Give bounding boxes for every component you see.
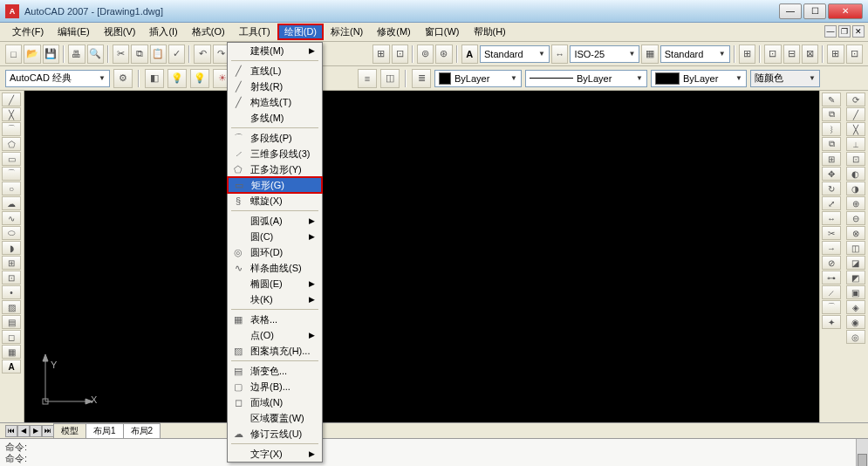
menu-draw[interactable]: 绘图(D) bbox=[277, 24, 324, 40]
rectangle-icon[interactable]: ▭ bbox=[2, 152, 21, 166]
menu-item-图案填充h[interactable]: ▨图案填充(H)... bbox=[228, 343, 322, 359]
r10-icon[interactable]: ⊗ bbox=[846, 226, 865, 240]
tab-model[interactable]: 模型 bbox=[53, 423, 86, 438]
workspace-dropdown[interactable]: AutoCAD 经典 ▼ bbox=[5, 70, 110, 87]
menu-tools[interactable]: 工具(T) bbox=[232, 24, 277, 40]
menu-dimension[interactable]: 标注(N) bbox=[324, 24, 370, 40]
menu-item-渐变色[interactable]: ▤渐变色... bbox=[228, 363, 322, 379]
layeriso-icon[interactable]: ◫ bbox=[380, 69, 400, 88]
misc-6-icon[interactable]: ⊡ bbox=[846, 45, 863, 64]
menu-item-构造线t[interactable]: ╱构造线(T) bbox=[228, 94, 322, 110]
menu-item-螺旋x[interactable]: §螺旋(X) bbox=[228, 193, 322, 209]
maximize-button[interactable]: ☐ bbox=[803, 3, 826, 19]
command-scrollbar[interactable] bbox=[856, 439, 868, 466]
menu-item-点o[interactable]: 点(O)▶ bbox=[228, 327, 322, 343]
menu-item-面域n[interactable]: ◻面域(N) bbox=[228, 394, 322, 410]
region-icon[interactable]: ◻ bbox=[2, 330, 21, 344]
scale-icon[interactable]: ⤢ bbox=[822, 196, 841, 210]
open-icon[interactable]: 📂 bbox=[24, 45, 40, 64]
r1-icon[interactable]: ⟳ bbox=[846, 93, 865, 106]
r15-icon[interactable]: ◈ bbox=[846, 300, 865, 314]
explode-icon[interactable]: ✦ bbox=[822, 315, 841, 329]
scrollbar-thumb[interactable] bbox=[858, 454, 867, 466]
r7-icon[interactable]: ◑ bbox=[846, 182, 865, 195]
drawing-canvas[interactable] bbox=[24, 91, 819, 422]
menu-item-文字x[interactable]: 文字(X)▶ bbox=[228, 446, 322, 462]
r5-icon[interactable]: ⊡ bbox=[846, 152, 865, 166]
save-icon[interactable]: 💾 bbox=[43, 45, 59, 64]
menu-item-多段线p[interactable]: ⌒多段线(P) bbox=[228, 130, 322, 146]
pline-icon[interactable]: ⌒ bbox=[2, 122, 21, 136]
menu-item-圆c[interactable]: 圆(C)▶ bbox=[228, 229, 322, 244]
menu-item-表格[interactable]: ▦表格... bbox=[228, 312, 322, 327]
linetype-dropdown[interactable]: ByLayer ▼ bbox=[525, 70, 647, 87]
menu-item-建模m[interactable]: 建模(M)▶ bbox=[228, 43, 322, 58]
r17-icon[interactable]: ◎ bbox=[846, 330, 865, 344]
menu-item-样条曲线s[interactable]: ∿样条曲线(S) bbox=[228, 260, 322, 276]
ellipsearc-icon[interactable]: ◗ bbox=[2, 241, 21, 255]
plotcolor-dropdown[interactable]: 随颜色 ▼ bbox=[750, 70, 820, 87]
r8-icon[interactable]: ⊕ bbox=[846, 196, 865, 210]
polygon-icon[interactable]: ⬠ bbox=[2, 137, 21, 151]
offset-icon[interactable]: ⧉ bbox=[822, 137, 841, 151]
menu-item-块k[interactable]: 块(K)▶ bbox=[228, 291, 322, 307]
r11-icon[interactable]: ◫ bbox=[846, 241, 865, 255]
close-button[interactable]: ✕ bbox=[828, 3, 863, 19]
dimstyle-icon[interactable]: ↔ bbox=[551, 45, 568, 64]
dimstyle-dropdown[interactable]: ISO-25 ▼ bbox=[570, 45, 639, 63]
spline-icon[interactable]: ∿ bbox=[2, 211, 21, 225]
menu-item-直线l[interactable]: ╱直线(L) bbox=[228, 63, 322, 79]
menu-window[interactable]: 窗口(W) bbox=[418, 24, 467, 40]
tab-layout2[interactable]: 布局2 bbox=[123, 423, 161, 438]
chamfer-icon[interactable]: ⟋ bbox=[822, 285, 841, 299]
trim-icon[interactable]: ✂ bbox=[822, 226, 841, 240]
circle-icon[interactable]: ○ bbox=[2, 182, 21, 195]
menu-item-边界b[interactable]: ▢边界(B)... bbox=[228, 379, 322, 394]
menu-item-多线m[interactable]: 多线(M) bbox=[228, 110, 322, 126]
point-icon[interactable]: • bbox=[2, 285, 21, 299]
minimize-button[interactable]: — bbox=[779, 3, 802, 19]
mtext-icon[interactable]: A bbox=[2, 360, 21, 373]
menu-insert[interactable]: 插入(I) bbox=[142, 24, 184, 40]
r6-icon[interactable]: ◐ bbox=[846, 167, 865, 181]
menu-format[interactable]: 格式(O) bbox=[185, 24, 232, 40]
misc-3-icon[interactable]: ⊟ bbox=[783, 45, 800, 64]
erase-icon[interactable]: ✎ bbox=[822, 93, 841, 106]
tablestyle-icon[interactable]: ▦ bbox=[641, 45, 658, 64]
misc-5-icon[interactable]: ⊞ bbox=[827, 45, 844, 64]
menu-item-正多边形y[interactable]: ⬠正多边形(Y) bbox=[228, 161, 322, 177]
xline-icon[interactable]: ╳ bbox=[2, 107, 21, 121]
gradient-icon[interactable]: ▤ bbox=[2, 315, 21, 329]
r4-icon[interactable]: ⟂ bbox=[846, 137, 865, 151]
move-icon[interactable]: ✥ bbox=[822, 167, 841, 181]
undo-icon[interactable]: ↶ bbox=[194, 45, 210, 64]
color-dropdown[interactable]: ByLayer ▼ bbox=[434, 70, 522, 87]
array-icon[interactable]: ⊞ bbox=[822, 152, 841, 166]
textstyle-dropdown[interactable]: Standard ▼ bbox=[480, 45, 550, 63]
table-icon[interactable]: ▦ bbox=[2, 345, 21, 359]
textstyle-icon[interactable]: A bbox=[461, 45, 478, 64]
paste-icon[interactable]: 📋 bbox=[150, 45, 167, 64]
block-icon[interactable]: ⊡ bbox=[2, 271, 21, 284]
menu-item-射线r[interactable]: ╱射线(R) bbox=[228, 79, 322, 94]
tablestyle-dropdown[interactable]: Standard ▼ bbox=[660, 45, 730, 63]
tool-d-icon[interactable]: ⊛ bbox=[435, 45, 452, 64]
tool-a-icon[interactable]: ⊞ bbox=[372, 45, 389, 64]
line-icon[interactable]: ╱ bbox=[2, 93, 21, 106]
extend-icon[interactable]: → bbox=[822, 241, 841, 255]
menu-item-三维多段线3[interactable]: ⟋三维多段线(3) bbox=[228, 146, 322, 161]
r9-icon[interactable]: ⊖ bbox=[846, 211, 865, 225]
rotate-icon[interactable]: ↻ bbox=[822, 182, 841, 195]
layer-2-icon[interactable]: 💡 bbox=[167, 69, 187, 88]
insert-icon[interactable]: ⊞ bbox=[2, 256, 21, 270]
tab-prev-icon[interactable]: ◀ bbox=[17, 425, 30, 437]
menu-help[interactable]: 帮助(H) bbox=[467, 24, 513, 40]
r3-icon[interactable]: ╳ bbox=[846, 122, 865, 136]
mdi-restore[interactable]: ❐ bbox=[838, 25, 851, 38]
layerprops-icon[interactable]: ≡ bbox=[358, 69, 377, 88]
arc-icon[interactable]: ⌒ bbox=[2, 167, 21, 181]
r2-icon[interactable]: ╱ bbox=[846, 107, 865, 121]
menu-edit[interactable]: 编辑(E) bbox=[51, 24, 97, 40]
mdi-close[interactable]: ✕ bbox=[852, 25, 865, 38]
tab-first-icon[interactable]: ⏮ bbox=[5, 425, 17, 437]
